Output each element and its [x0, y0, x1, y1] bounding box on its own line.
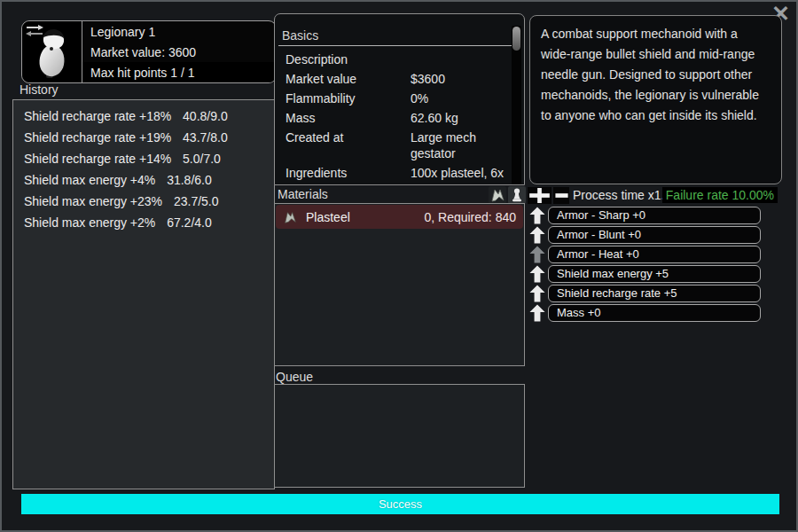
basics-row-label: Created at: [286, 129, 411, 161]
unit-market-value: Market value: 3600: [82, 42, 276, 62]
mechanoid-portrait-icon: [28, 27, 76, 82]
materials-box: Plasteel 0, Required: 840: [274, 203, 525, 366]
history-stat: Shield recharge rate +18%: [24, 109, 171, 123]
history-stat: Shield max energy +4%: [24, 173, 155, 187]
upgrade-button[interactable]: Armor - Heat +0: [548, 246, 761, 263]
basics-divider: [278, 45, 520, 46]
history-stat: Shield max energy +23%: [24, 194, 162, 208]
history-item: Shield max energy +23% 23.7/5.0: [13, 191, 274, 212]
basics-scrollbar[interactable]: [512, 26, 521, 185]
up-arrow-icon[interactable]: [529, 207, 545, 224]
up-arrow-icon[interactable]: [529, 285, 545, 302]
unit-hit-points: Max hit points 1 / 1: [82, 62, 276, 82]
history-item: Shield recharge rate +14% 5.0/7.0: [13, 148, 274, 169]
material-status: 0, Required: 840: [424, 210, 516, 224]
basics-row-value: Large mech gestator: [411, 129, 508, 161]
material-row[interactable]: Plasteel 0, Required: 840: [276, 205, 523, 229]
process-time-decrease-button[interactable]: [553, 187, 569, 204]
process-time-increase-button[interactable]: [528, 187, 552, 204]
upgrade-button[interactable]: Mass +0: [548, 304, 761, 322]
unit-portrait: [22, 21, 82, 82]
unit-name: Legionary 1: [82, 21, 276, 42]
basics-row-value: $3600: [411, 71, 508, 87]
upgrade-row: Shield max energy +5: [529, 265, 761, 283]
basics-panel: Basics Description Market value $3600 Fl…: [274, 13, 525, 185]
basics-row: Flammability 0%: [275, 89, 508, 108]
unit-info-rows: Legionary 1 Market value: 3600 Max hit p…: [82, 21, 276, 82]
failure-rate-label: Failure rate 10.00%: [662, 187, 778, 203]
history-value: 23.7/5.0: [174, 194, 219, 208]
history-list[interactable]: Shield recharge rate +18% 40.8/9.0 Shiel…: [12, 99, 275, 489]
minus-icon: [555, 188, 568, 203]
history-item: Shield recharge rate +19% 43.7/8.0: [13, 127, 274, 148]
mech-pawn-icon[interactable]: [508, 186, 526, 204]
basics-row-label: Flammability: [286, 90, 411, 106]
basics-row-label: Description: [286, 51, 411, 67]
history-stat: Shield recharge rate +19%: [24, 130, 171, 145]
history-stat: Shield recharge rate +14%: [24, 152, 171, 166]
history-item: Shield recharge rate +18% 40.8/9.0: [13, 106, 274, 127]
history-stat: Shield max energy +2%: [24, 215, 155, 230]
material-name: Plasteel: [306, 210, 350, 224]
history-value: 40.8/9.0: [183, 109, 228, 123]
basics-rows: Description Market value $3600 Flammabil…: [275, 50, 508, 185]
basics-row-label: Ingredients: [286, 165, 411, 185]
upgrade-row: Mass +0: [529, 304, 761, 322]
basics-row-label: Market value: [286, 71, 411, 87]
plasteel-icon: [283, 210, 297, 224]
unit-description: A combat support mechanoid with a wide-r…: [529, 15, 782, 184]
upgrade-button[interactable]: Armor - Blunt +0: [548, 226, 761, 244]
up-arrow-icon[interactable]: [529, 226, 545, 244]
upgrade-row: Shield recharge rate +5: [529, 285, 761, 302]
basics-row: Description: [275, 50, 508, 69]
history-value: 5.0/7.0: [183, 152, 221, 166]
history-value: 43.7/8.0: [183, 130, 228, 145]
mech-upgrade-dialog: ✕: [0, 0, 798, 532]
unit-info-card: Legionary 1 Market value: 3600 Max hit p…: [21, 20, 277, 83]
upgrade-button[interactable]: Shield recharge rate +5: [548, 285, 761, 302]
basics-row-value: 0%: [411, 90, 508, 106]
basics-row: Market value $3600: [275, 69, 508, 89]
upgrade-row: Armor - Sharp +0: [529, 207, 761, 224]
basics-row-value: 62.60 kg: [411, 110, 508, 126]
basics-title: Basics: [282, 28, 318, 43]
history-value: 31.8/6.0: [167, 173, 212, 187]
plus-icon: [529, 188, 550, 203]
queue-label: Queue: [276, 370, 313, 384]
basics-row-value: 100x plasteel, 6x component, 1x: [411, 165, 508, 185]
success-button[interactable]: Success: [21, 494, 779, 514]
upgrade-row: Armor - Blunt +0: [529, 226, 761, 244]
history-item: Shield max energy +4% 31.8/6.0: [13, 169, 274, 191]
basics-row-value: [411, 51, 508, 67]
plasteel-filter-icon[interactable]: [489, 186, 506, 204]
upgrade-button[interactable]: Shield max energy +5: [548, 265, 761, 283]
basics-row: Mass 62.60 kg: [275, 108, 508, 128]
basics-row: Ingredients 100x plasteel, 6x component,…: [275, 163, 508, 185]
basics-scrollbar-thumb[interactable]: [512, 27, 520, 51]
queue-box: [274, 384, 525, 488]
materials-label: Materials: [278, 187, 328, 201]
up-arrow-icon[interactable]: [529, 304, 545, 322]
up-arrow-icon[interactable]: [529, 246, 545, 263]
upgrade-button[interactable]: Armor - Sharp +0: [548, 207, 761, 224]
upgrade-list: Armor - Sharp +0 Armor - Blunt +0 Armor: [529, 207, 761, 322]
basics-row: Created at Large mech gestator: [275, 128, 508, 163]
up-arrow-icon[interactable]: [529, 265, 545, 283]
history-item: Shield max energy +2% 67.2/4.0: [13, 212, 274, 233]
upgrade-row: Armor - Heat +0: [529, 246, 761, 263]
basics-row-label: Mass: [286, 110, 411, 126]
history-value: 67.2/4.0: [167, 215, 212, 230]
history-label: History: [20, 82, 59, 97]
